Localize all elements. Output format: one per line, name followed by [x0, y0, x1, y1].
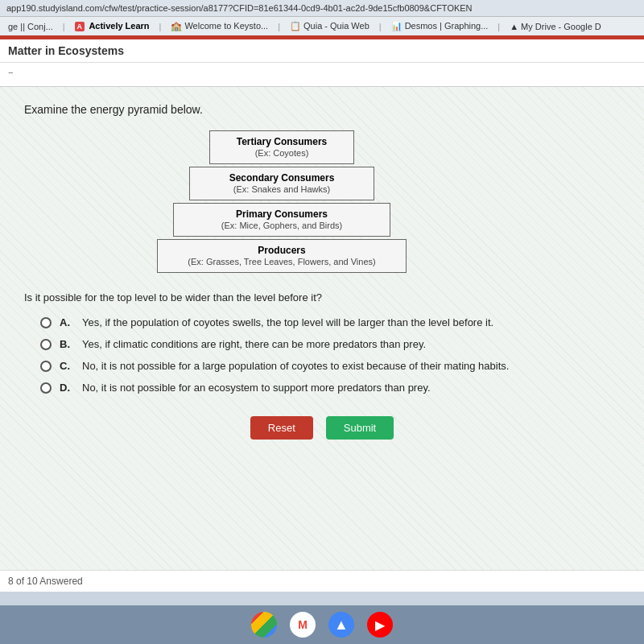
tab-keysto[interactable]: 🏫Welcome to Keysto... [167, 19, 271, 33]
option-a[interactable]: A. Yes, if the population of coyotes swe… [40, 316, 620, 328]
minus-button[interactable]: − [8, 68, 13, 77]
answer-options: A. Yes, if the population of coyotes swe… [40, 316, 620, 394]
primary-subtitle: (Ex: Mice, Gophers, and Birds) [221, 221, 342, 230]
desmos-favicon: 📊 [391, 21, 402, 31]
radio-a[interactable] [40, 317, 52, 328]
reset-button[interactable]: Reset [250, 416, 313, 440]
secondary-subtitle: (Ex: Snakes and Hawks) [233, 184, 330, 194]
main-content: Examine the energy pyramid below. Tertia… [0, 87, 644, 570]
tertiary-subtitle: (Ex: Coyotes) [255, 148, 309, 158]
radio-d[interactable] [40, 382, 52, 394]
energy-pyramid: Tertiary Consumers (Ex: Coyotes) Seconda… [145, 130, 419, 275]
text-d: No, it is not possible for an ecosystem … [82, 382, 431, 394]
producers-title: Producers [166, 245, 398, 256]
question-intro: Examine the energy pyramid below. [24, 103, 620, 116]
actively-learn-favicon: A [75, 22, 85, 31]
quia-favicon: 📋 [290, 21, 301, 31]
pyramid-level-primary: Primary Consumers (Ex: Mice, Gophers, an… [173, 203, 390, 237]
keysto-favicon: 🏫 [171, 21, 182, 31]
taskbar: M ▲ ▶ [0, 605, 644, 644]
primary-title: Primary Consumers [182, 208, 382, 220]
pyramid-level-tertiary: Tertiary Consumers (Ex: Coyotes) [209, 130, 354, 164]
gmail-icon[interactable]: M [290, 612, 316, 638]
tab-sep-3: | [278, 22, 280, 31]
tertiary-title: Tertiary Consumers [218, 136, 345, 147]
secondary-title: Secondary Consumers [198, 172, 365, 184]
subheader-strip: − [0, 63, 644, 87]
letter-c: C. [60, 360, 74, 372]
text-b: Yes, if climatic conditions are right, t… [82, 338, 426, 350]
tab-bar: ge || Conj... | A Actively Learn | 🏫Welc… [0, 17, 644, 37]
tab-drive[interactable]: ▲My Drive - Google D [506, 20, 605, 33]
tab-conj[interactable]: ge || Conj... [5, 20, 56, 33]
option-b[interactable]: B. Yes, if climatic conditions are right… [40, 338, 620, 350]
button-row: Reset Submit [24, 416, 620, 440]
tab-quia[interactable]: 📋Quia - Quia Web [287, 19, 373, 33]
tab-actively-learn[interactable]: A Actively Learn [72, 19, 153, 33]
url-bar[interactable]: app190.studyisland.com/cfw/test/practice… [0, 0, 644, 17]
url-text: app190.studyisland.com/cfw/test/practice… [6, 3, 473, 13]
page-header: Matter in Ecosystems [0, 39, 644, 63]
option-d[interactable]: D. No, it is not possible for an ecosyst… [40, 382, 620, 394]
radio-b[interactable] [40, 339, 52, 350]
letter-d: D. [60, 382, 74, 394]
pyramid-level-producers: Producers (Ex: Grasses, Tree Leaves, Flo… [157, 239, 407, 273]
text-a: Yes, if the population of coyotes swells… [82, 316, 493, 328]
text-c: No, it is not possible for a large popul… [82, 360, 509, 372]
tab-desmos[interactable]: 📊Desmos | Graphing... [388, 19, 492, 33]
page-title: Matter in Ecosystems [8, 44, 124, 57]
tab-sep-5: | [497, 22, 500, 31]
tab-sep-2: | [159, 22, 162, 31]
tab-sep-1: | [63, 22, 65, 31]
submit-button[interactable]: Submit [326, 416, 394, 440]
chrome-icon[interactable] [251, 612, 277, 638]
producers-subtitle: (Ex: Grasses, Tree Leaves, Flowers, and … [188, 257, 375, 266]
drive-favicon: ▲ [510, 22, 518, 31]
tab-sep-4: | [379, 22, 382, 31]
radio-c[interactable] [40, 361, 52, 372]
progress-text: 8 of 10 Answered [8, 576, 83, 587]
drive-icon[interactable]: ▲ [328, 612, 354, 638]
option-c[interactable]: C. No, it is not possible for a large po… [40, 360, 620, 372]
letter-b: B. [60, 338, 74, 350]
letter-a: A. [60, 316, 74, 328]
content-footer: 8 of 10 Answered [0, 570, 644, 592]
youtube-icon[interactable]: ▶ [367, 612, 393, 638]
pyramid-level-secondary: Secondary Consumers (Ex: Snakes and Hawk… [189, 167, 374, 200]
main-question: Is it possible for the top level to be w… [24, 291, 620, 303]
